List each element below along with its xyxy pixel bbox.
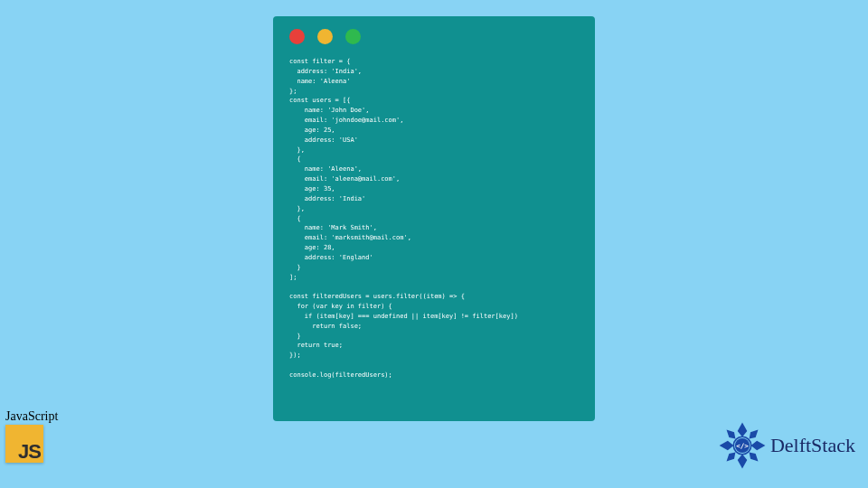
delftstack-ornament-icon: </> </> — [718, 421, 767, 470]
delftstack-logo: </> </> DelftStack — [718, 421, 855, 470]
delftstack-name: DelftStack — [770, 434, 855, 457]
svg-text:</>: </> — [736, 442, 749, 450]
window-traffic-lights — [289, 29, 579, 44]
javascript-logo-icon — [5, 425, 43, 463]
code-block: const filter = { address: 'India', name:… — [289, 57, 579, 380]
maximize-icon — [345, 29, 361, 44]
minimize-icon — [317, 29, 333, 44]
javascript-label: JavaScript — [5, 409, 58, 424]
code-window: const filter = { address: 'India', name:… — [273, 16, 595, 421]
javascript-badge: JavaScript — [5, 409, 58, 463]
close-icon — [289, 29, 305, 44]
